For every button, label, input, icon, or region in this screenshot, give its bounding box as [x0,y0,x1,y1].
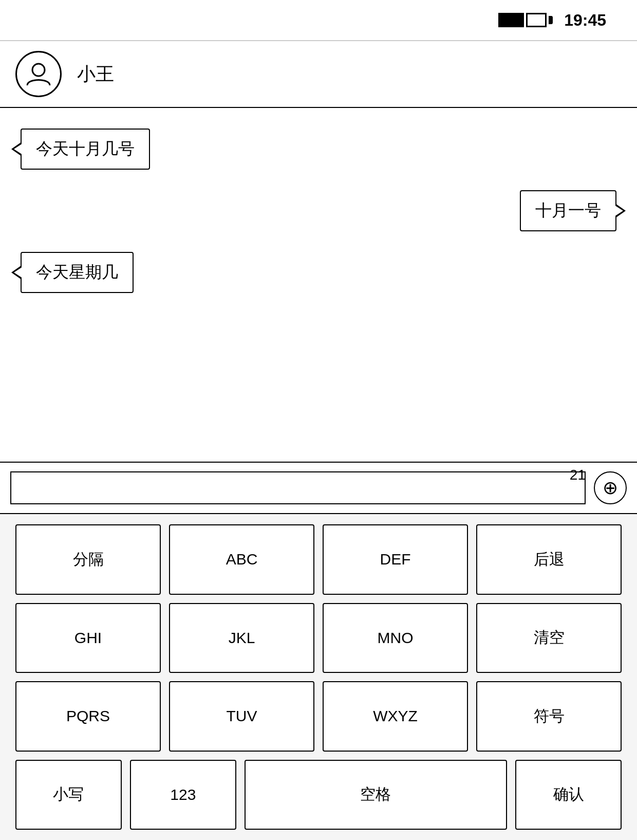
keyboard-row-3: PQRS TUV WXYZ 符号 [15,681,622,752]
key-mno[interactable]: MNO [323,603,468,673]
key-123[interactable]: 123 [130,760,236,830]
key-abc[interactable]: ABC [169,524,314,595]
key-space[interactable]: 空格 [245,760,507,830]
key-clear[interactable]: 清空 [476,603,622,673]
key-tuv[interactable]: TUV [169,681,314,752]
key-wxyz[interactable]: WXYZ [323,681,468,752]
key-symbol[interactable]: 符号 [476,681,622,752]
battery-container: 19:45 [498,11,606,30]
message-bubble-2: 十月一号 [520,190,616,231]
user-name: 小王 [77,62,114,87]
battery-tip [549,16,553,24]
user-header: 小王 [0,41,637,108]
key-lowercase[interactable]: 小写 [15,760,122,830]
key-def[interactable]: DEF [323,524,468,595]
battery-icon [498,13,553,27]
key-fengjian[interactable]: 分隔 [15,524,161,595]
keyboard-row-1: 分隔 ABC DEF 后退 [15,524,622,595]
avatar [15,51,62,97]
message-bubble-1: 今天十月几号 [21,129,150,170]
key-confirm[interactable]: 确认 [515,760,622,830]
svg-point-0 [32,64,45,76]
messages: 今天十月几号 十月一号 今天星期几 [0,108,637,314]
input-bar: ⊕ [0,463,637,514]
keyboard-row-2: GHI JKL MNO 清空 [15,603,622,673]
key-jkl[interactable]: JKL [169,603,314,673]
annotation-21: 21 [570,467,586,483]
status-bar: 19:45 [0,0,637,41]
battery-empty [526,13,547,27]
key-pqrs[interactable]: PQRS [15,681,161,752]
key-ghi[interactable]: GHI [15,603,161,673]
keyboard-row-4: 小写 123 空格 确认 [15,760,622,830]
text-input-field[interactable] [10,471,586,504]
message-bubble-3: 今天星期几 [21,252,134,293]
add-button[interactable]: ⊕ [594,471,627,504]
battery-filled [498,13,524,27]
keyboard-area: 分隔 ABC DEF 后退 GHI JKL MNO 清空 PQRS TU [0,514,637,840]
time-display: 19:45 [564,11,606,30]
chat-area: 小王 今天十月几号 十月一号 今天星期几 [0,41,637,463]
key-backspace[interactable]: 后退 [476,524,622,595]
